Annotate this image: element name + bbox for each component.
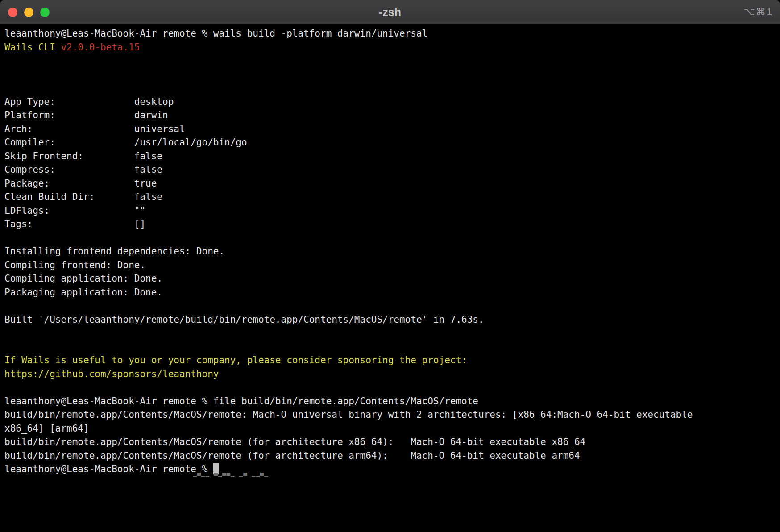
terminal-line: Arch: universal <box>4 122 776 136</box>
terminal-text-segment: https://github.com/sponsors/leaanthony <box>4 369 219 379</box>
terminal-text-segment: Packaging application: Done. <box>4 287 162 298</box>
terminal-text-segment: leaanthony@Leas-MacBook-Air remote % fil… <box>4 396 478 407</box>
terminal-text-segment: Installing frontend dependencies: Done. <box>4 246 224 257</box>
terminal-line: Compiling application: Done. <box>4 272 776 286</box>
terminal-text-segment: v2.0.0-beta.15 <box>61 42 140 53</box>
terminal-line: Packaging application: Done. <box>4 286 776 299</box>
keyboard-shortcut-badge: ⌥⌘1 <box>743 6 773 18</box>
terminal-line <box>4 381 776 395</box>
terminal-text-segment: Arch: universal <box>4 124 185 134</box>
terminal-line: Compress: false <box>4 163 776 177</box>
terminal-text-segment: Compiling frontend: Done. <box>4 260 145 270</box>
terminal-line: LDFlags: "" <box>4 204 776 218</box>
zoom-button[interactable] <box>40 8 50 17</box>
terminal-line: If Wails is useful to you or your compan… <box>4 353 776 367</box>
terminal-text-segment: build/bin/remote.app/Contents/MacOS/remo… <box>4 450 580 461</box>
terminal-line: build/bin/remote.app/Contents/MacOS/remo… <box>4 449 776 463</box>
terminal-text-segment: Package: true <box>4 178 157 189</box>
terminal-text-segment: Compiling application: Done. <box>4 273 162 284</box>
terminal-text-segment: build/bin/remote.app/Contents/MacOS/remo… <box>4 409 693 420</box>
terminal-line: Package: true <box>4 177 776 191</box>
terminal-text-segment: x86_64] [arm64] <box>4 423 89 434</box>
terminal-line <box>4 81 776 95</box>
window-title: -zsh <box>379 6 401 19</box>
terminal-text-segment: If Wails is useful to you or your compan… <box>4 355 467 366</box>
terminal-window: -zsh ⌥⌘1 leaanthony@Leas-MacBook-Air rem… <box>0 0 780 532</box>
minimize-button[interactable] <box>24 8 33 17</box>
terminal-line: leaanthony@Leas-MacBook-Air remote % <box>4 462 776 476</box>
terminal-line: x86_64] [arm64] <box>4 422 776 436</box>
traffic-lights <box>8 0 50 24</box>
terminal-text-segment: Clean Build Dir: false <box>4 191 162 202</box>
terminal-text-segment: Built '/Users/leaanthony/remote/build/bi… <box>4 314 484 325</box>
terminal-text-segment: Tags: [] <box>4 219 145 229</box>
terminal-line: leaanthony@Leas-MacBook-Air remote % fil… <box>4 395 776 408</box>
terminal-line: Wails CLI v2.0.0-beta.15 <box>4 41 776 54</box>
terminal-text-segment: Compress: false <box>4 164 162 175</box>
terminal-line: build/bin/remote.app/Contents/MacOS/remo… <box>4 435 776 449</box>
terminal-text-segment: Wails CLI <box>4 42 61 53</box>
terminal-line: build/bin/remote.app/Contents/MacOS/remo… <box>4 408 776 422</box>
terminal-line: leaanthony@Leas-MacBook-Air remote % wai… <box>4 27 776 41</box>
terminal-line <box>4 340 776 354</box>
terminal-line <box>4 68 776 82</box>
terminal-text-segment: Skip Frontend: false <box>4 151 162 162</box>
terminal-text-segment: Compiler: /usr/local/go/bin/go <box>4 137 247 148</box>
terminal-line <box>4 54 776 68</box>
terminal-line <box>4 326 776 340</box>
terminal-text-segment: Platform: darwin <box>4 110 168 121</box>
clipped-background-text-artifact: ▄▀▄▄ ▀▄▀▀▄ ▄▀ ▄▄▀▄ <box>193 473 295 477</box>
terminal-output[interactable]: leaanthony@Leas-MacBook-Air remote % wai… <box>0 25 780 532</box>
terminal-line <box>4 299 776 313</box>
terminal-line: https://github.com/sponsors/leaanthony <box>4 367 776 381</box>
terminal-line: Clean Build Dir: false <box>4 190 776 204</box>
terminal-line <box>4 231 776 245</box>
terminal-line: Compiling frontend: Done. <box>4 258 776 272</box>
close-button[interactable] <box>8 8 17 17</box>
terminal-text-segment: leaanthony@Leas-MacBook-Air remote % wai… <box>4 28 427 39</box>
terminal-text-segment: App Type: desktop <box>4 96 174 107</box>
terminal-line: Tags: [] <box>4 217 776 231</box>
terminal-text-segment: leaanthony@Leas-MacBook-Air remote % <box>4 464 213 474</box>
titlebar[interactable]: -zsh ⌥⌘1 <box>0 0 780 25</box>
terminal-line: Installing frontend dependencies: Done. <box>4 245 776 258</box>
terminal-line: Platform: darwin <box>4 108 776 122</box>
terminal-line: Built '/Users/leaanthony/remote/build/bi… <box>4 313 776 327</box>
terminal-line: Compiler: /usr/local/go/bin/go <box>4 136 776 150</box>
terminal-line: Skip Frontend: false <box>4 150 776 163</box>
terminal-text-segment: LDFlags: "" <box>4 205 145 216</box>
terminal-text-segment: build/bin/remote.app/Contents/MacOS/remo… <box>4 436 585 447</box>
terminal-line: App Type: desktop <box>4 95 776 109</box>
